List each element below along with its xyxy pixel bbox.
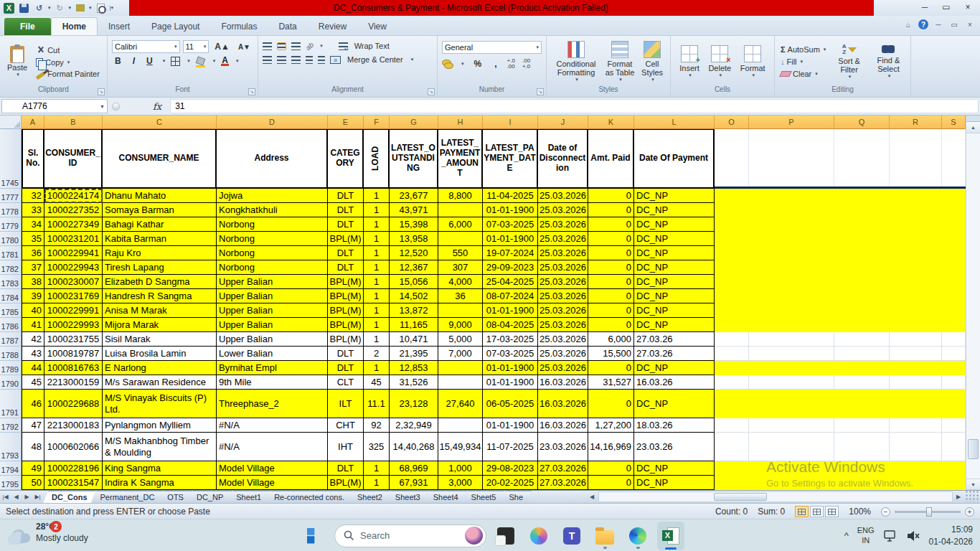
cell[interactable]: 15,49,934	[438, 433, 483, 461]
empty-cell[interactable]	[942, 476, 966, 490]
ribbon-tab-page-layout[interactable]: Page Layout	[141, 18, 210, 35]
cell[interactable]	[438, 375, 483, 390]
cell[interactable]: 550	[438, 246, 483, 260]
cell[interactable]: 36	[22, 246, 44, 260]
cell[interactable]: 68,969	[390, 461, 438, 476]
hscroll-right-icon[interactable]: ▶	[953, 491, 963, 502]
row-header-1790[interactable]: 1790	[0, 375, 22, 390]
cell[interactable]: 1	[364, 275, 390, 289]
cell[interactable]	[438, 232, 483, 246]
empty-cell[interactable]	[890, 476, 942, 490]
help-icon[interactable]: ?	[918, 19, 928, 29]
cell[interactable]: 29-09-2023	[483, 260, 538, 275]
table-header-cell[interactable]: LATEST_PAYMENT_DATE	[483, 129, 538, 189]
cell-styles-button[interactable]: Cell Styles▾	[639, 41, 666, 83]
empty-cell[interactable]	[834, 129, 890, 187]
cell[interactable]: 7,000	[438, 347, 483, 361]
cell[interactable]: 92	[364, 418, 390, 433]
row-header-1786[interactable]: 1786	[0, 318, 22, 332]
sheet-tab-she[interactable]: She	[500, 491, 532, 503]
comma-style-icon[interactable]: ,	[491, 59, 499, 69]
empty-cell[interactable]	[749, 476, 834, 490]
empty-cell[interactable]	[749, 203, 834, 217]
cell[interactable]: 13,872	[390, 303, 438, 318]
pin-ribbon-icon[interactable]: ⌂	[903, 19, 914, 30]
undo-icon[interactable]: ↺	[33, 2, 45, 14]
cell[interactable]: 0	[588, 260, 634, 275]
empty-cell[interactable]	[942, 347, 966, 361]
empty-cell[interactable]	[890, 232, 942, 246]
cell[interactable]: 1000231201	[44, 232, 103, 246]
cell[interactable]: 17-03-2025	[483, 332, 538, 347]
cell[interactable]: Norbong	[217, 260, 328, 275]
cell[interactable]: DC_NP	[634, 318, 715, 332]
cell[interactable]: DC_NP	[634, 275, 715, 289]
cell[interactable]: 14,40,268	[390, 433, 438, 461]
sheet-tab-re-connected-cons-[interactable]: Re-connected cons.	[265, 491, 353, 503]
font-family-select[interactable]: Calibri▾	[112, 40, 180, 53]
empty-cell[interactable]	[942, 189, 966, 203]
cell[interactable]: Kabita Barman	[103, 232, 217, 246]
workbook-close-icon[interactable]: ×	[964, 19, 976, 30]
percent-style-icon[interactable]: %	[471, 59, 485, 69]
cell[interactable]: Upper Balian	[217, 303, 328, 318]
empty-cell[interactable]	[890, 189, 942, 203]
cell[interactable]: 1000229941	[44, 246, 103, 260]
ribbon-tab-review[interactable]: Review	[308, 18, 357, 35]
column-header-F[interactable]: F	[364, 116, 390, 129]
cell[interactable]: #N/A	[217, 418, 328, 433]
cell[interactable]: 11-04-2025	[483, 189, 538, 203]
cell[interactable]: 1	[364, 361, 390, 375]
search-box[interactable]: Search	[334, 524, 486, 547]
sheet-tab-sheet3[interactable]: Sheet3	[387, 491, 429, 503]
row-header-1788[interactable]: 1788	[0, 347, 22, 361]
edge-icon[interactable]	[624, 522, 651, 550]
column-header-S[interactable]: S	[942, 116, 966, 129]
empty-cell[interactable]	[890, 375, 942, 390]
cell[interactable]: 1	[364, 476, 390, 490]
empty-cell[interactable]	[942, 232, 966, 246]
column-header-O[interactable]: O	[715, 116, 749, 129]
cell[interactable]: BPL(M)	[328, 303, 364, 318]
cell[interactable]: Luisa Brosila Lamin	[103, 347, 217, 361]
empty-cell[interactable]	[749, 318, 834, 332]
cell[interactable]	[438, 418, 483, 433]
cell[interactable]: CHT	[328, 418, 364, 433]
cell[interactable]: Indira K Sangma	[103, 476, 217, 490]
empty-cell[interactable]	[749, 303, 834, 318]
cell[interactable]: DLT	[328, 246, 364, 260]
copy-button[interactable]: Copy▾	[34, 57, 101, 67]
cell[interactable]: 23.03.2026	[538, 433, 588, 461]
cell[interactable]: DC_NP	[634, 232, 715, 246]
cell[interactable]: 1,27,200	[588, 418, 634, 433]
cell[interactable]: 1	[364, 332, 390, 347]
increase-indent-icon[interactable]	[318, 56, 325, 64]
empty-cell[interactable]	[890, 289, 942, 303]
cell[interactable]: 1000602066	[44, 433, 103, 461]
empty-cell[interactable]	[942, 129, 966, 187]
cell[interactable]: 1000229991	[44, 303, 103, 318]
empty-cell[interactable]	[890, 260, 942, 275]
cell[interactable]: 27.03.26	[634, 332, 715, 347]
cell[interactable]: Raju Kro	[103, 246, 217, 260]
empty-cell[interactable]	[942, 318, 966, 332]
empty-cell[interactable]	[749, 275, 834, 289]
shrink-font-icon[interactable]: A▼	[235, 43, 253, 51]
copilot-icon[interactable]	[525, 522, 552, 550]
sheet-tab-dc-cons[interactable]: DC_Cons	[43, 491, 96, 503]
cell[interactable]: 43,971	[390, 203, 438, 217]
table-header-cell[interactable]: LATEST_PAYMENT_AMOUNT	[438, 129, 483, 189]
cell[interactable]: 44	[22, 361, 44, 375]
cell[interactable]: 9th Mile	[217, 375, 328, 390]
name-box-dropdown-icon[interactable]: ▼	[100, 104, 105, 109]
cell[interactable]: 1000231755	[44, 332, 103, 347]
cell[interactable]: Dhanu Mahato	[103, 189, 217, 203]
empty-cell[interactable]	[715, 289, 749, 303]
cell[interactable]: 1	[364, 232, 390, 246]
cell[interactable]: BPL(M)	[328, 318, 364, 332]
empty-cell[interactable]	[890, 332, 942, 347]
decrease-decimal-icon[interactable]: .00+.0	[522, 58, 530, 70]
cell[interactable]: 25.03.2026	[538, 361, 588, 375]
cell[interactable]: Sisil Marak	[103, 332, 217, 347]
cell[interactable]: 42	[22, 332, 44, 347]
